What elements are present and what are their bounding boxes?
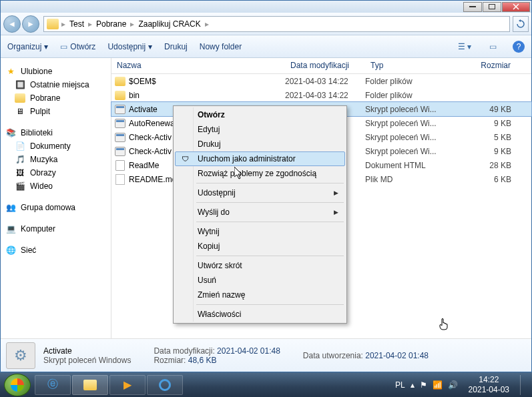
desktop-icon: 🖥 [14,106,26,117]
preview-pane-button[interactable]: ▭ [485,40,501,53]
taskbar-explorer[interactable] [72,375,108,395]
details-size-value: 48,6 KB [188,356,217,365]
tray-up-icon[interactable]: ▴ [411,380,415,390]
close-button[interactable] [502,2,530,12]
ctx-compat[interactable]: Rozwiąż problemy ze zgodnością [175,166,345,181]
tray-lang[interactable]: PL [395,380,405,390]
taskbar-chrome[interactable] [147,375,183,395]
shield-icon: 🛡 [180,153,190,164]
sidebar-network[interactable]: 🌐Sieć [1,244,111,257]
sidebar-computer[interactable]: 💻Komputer [1,222,111,236]
refresh-button[interactable] [513,16,529,32]
system-tray: PL ▴ ⚑ 📶 🔊 14:22 2021-04-03 [395,375,528,395]
navbar: ◄ ► ▸ Test ▸ Pobrane ▸ Zaaplikuj CRACK ▸ [1,13,531,35]
svg-rect-0 [469,6,476,7]
breadcrumb-item[interactable]: Test [65,19,88,29]
file-row[interactable]: bin2021-04-03 14:22Folder plików [111,88,531,102]
file-icon [114,90,126,101]
file-name: Activate [129,105,158,114]
ctx-delete[interactable]: Usuń [175,273,345,288]
view-options-button[interactable]: ☰ ▾ [457,40,473,53]
ctx-share[interactable]: Udostępnij▶ [175,185,345,200]
file-size: 49 KB [444,105,531,114]
sidebar-pictures[interactable]: 🖼Obrazy [1,166,111,179]
open-button[interactable]: ▭ Otwórz [60,42,95,51]
sidebar-videos[interactable]: 🎬Wideo [1,179,111,193]
back-button[interactable]: ◄ [3,15,21,33]
sidebar-libraries[interactable]: 📚Biblioteki [1,126,111,139]
maximize-button[interactable] [483,2,501,12]
gear-icon: ⚙ [14,347,27,364]
taskbar-ie[interactable]: ⓔ [35,375,71,395]
file-type: Skrypt poleceń Wi... [365,119,444,128]
details-mod-value: 2021-04-02 01:48 [217,346,280,356]
folder-icon [47,19,59,29]
start-button[interactable] [4,374,31,396]
ctx-copy[interactable]: Kopiuj [175,239,345,254]
ctx-run-as-admin[interactable]: 🛡 Uruchom jako administrator [175,151,345,166]
sidebar-favorites[interactable]: ★Ulubione [1,65,111,78]
ctx-print[interactable]: Drukuj [175,137,345,151]
context-menu: Otwórz Edytuj Drukuj 🛡 Uruchom jako admi… [173,105,347,324]
file-name: README.md [129,175,176,184]
sidebar-downloads[interactable]: Pobrane [1,91,111,105]
chevron-right-icon: ▶ [334,189,338,196]
breadcrumb-item[interactable]: Zaaplikuj CRACK [134,19,204,29]
file-row[interactable]: $OEM$2021-04-03 14:22Folder plików [111,74,531,88]
ctx-properties[interactable]: Właściwości [175,307,345,322]
organize-menu[interactable]: Organizuj ▾ [7,42,48,51]
ctx-open[interactable]: Otwórz [175,107,345,122]
details-type: Skrypt poleceń Windows [43,356,131,365]
file-type: Folder plików [365,77,444,86]
file-type: Plik MD [365,175,444,184]
homegroup-icon: 👥 [5,202,17,213]
tray-time: 14:22 [469,375,509,384]
videos-icon: 🎬 [14,181,26,191]
print-button[interactable]: Drukuj [164,42,188,51]
breadcrumb-bar[interactable]: ▸ Test ▸ Pobrane ▸ Zaaplikuj CRACK ▸ [43,16,510,32]
new-folder-button[interactable]: Nowy folder [200,42,242,51]
downloads-icon [14,93,26,103]
documents-icon: 📄 [14,141,26,151]
file-icon [114,132,126,143]
show-desktop-button[interactable] [520,375,528,395]
tray-network-icon[interactable]: 📶 [433,380,443,390]
file-type: Folder plików [365,91,444,100]
column-size[interactable]: Rozmiar [444,58,531,73]
file-size: 5 KB [444,133,531,142]
ctx-shortcut[interactable]: Utwórz skrót [175,258,345,273]
forward-button[interactable]: ► [22,15,39,33]
sidebar-recent[interactable]: 🔲Ostatnie miejsca [1,78,111,91]
pictures-icon: 🖼 [14,167,26,178]
breadcrumb-item[interactable]: Pobrane [92,19,130,29]
minimize-button[interactable] [463,2,482,12]
details-mod-label: Data modyfikacji: [154,346,214,356]
sidebar-documents[interactable]: 📄Dokumenty [1,139,111,153]
column-headers: Nazwa Data modyfikacji Typ Rozmiar [111,58,531,74]
taskbar-media[interactable]: ▶ [109,375,146,395]
file-date: 2021-04-03 14:22 [285,91,365,100]
titlebar [1,1,531,13]
tray-clock[interactable]: 14:22 2021-04-03 [463,375,515,394]
file-icon [114,118,126,129]
ctx-sendto[interactable]: Wyślij do▶ [175,205,345,220]
chevron-right-icon: ▶ [334,209,338,216]
column-type[interactable]: Typ [365,58,444,73]
details-created-label: Data utworzenia: [303,351,363,360]
tray-sound-icon[interactable]: 🔊 [448,380,458,390]
help-button[interactable]: ? [513,41,525,53]
ctx-rename[interactable]: Zmień nazwę [175,288,345,302]
tray-date: 2021-04-03 [469,385,509,394]
column-date[interactable]: Data modyfikacji [285,58,365,73]
column-name[interactable]: Nazwa [111,58,285,73]
share-menu[interactable]: Udostępnij ▾ [107,42,152,51]
tray-flag-icon[interactable]: ⚑ [420,380,427,390]
sidebar-homegroup[interactable]: 👥Grupa domowa [1,201,111,214]
computer-icon: 💻 [5,224,17,234]
sidebar-desktop[interactable]: 🖥Pulpit [1,105,111,118]
sidebar: ★Ulubione 🔲Ostatnie miejsca Pobrane 🖥Pul… [1,58,111,338]
sidebar-music[interactable]: 🎵Muzyka [1,153,111,166]
ctx-edit[interactable]: Edytuj [175,122,345,137]
ctx-cut[interactable]: Wytnij [175,224,345,239]
file-size: 6 KB [444,175,531,184]
